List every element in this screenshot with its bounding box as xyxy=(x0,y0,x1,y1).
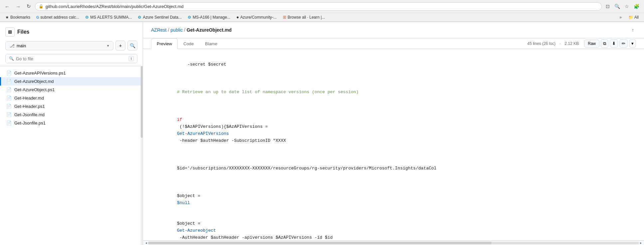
breadcrumb: AZRest / public / Get-AzureObject.md xyxy=(151,27,232,33)
forward-button[interactable]: → xyxy=(14,2,23,11)
bookmarks-bar-item-github[interactable]: ● Azure/Community-... xyxy=(234,14,279,21)
branch-icon: ⎇ xyxy=(10,43,15,48)
scrollbar-track[interactable] xyxy=(141,66,143,245)
bookmarks-more-button[interactable]: » xyxy=(617,14,624,21)
file-header-actions: ↑ xyxy=(630,26,636,34)
breadcrumb-link-azrest[interactable]: AZRest xyxy=(151,27,167,33)
reload-button[interactable]: ↻ xyxy=(25,2,33,11)
file-item-6[interactable]: 📄 Get-Jsonfile.ps1 xyxy=(0,119,143,127)
scrollbar-thumb[interactable] xyxy=(141,66,143,138)
search-files-button[interactable]: 🔍 xyxy=(127,41,137,51)
back-button[interactable]: ← xyxy=(3,2,12,11)
download-button[interactable]: ⬇ xyxy=(610,39,618,48)
sentinel-icon: ⚙ xyxy=(138,15,141,20)
main-content: AZRest / public / Get-AzureObject.md ↑ P… xyxy=(143,22,644,245)
code-text: (!$AzAPIVersions){$AzAPIVersions = xyxy=(177,124,270,129)
more-options-button[interactable]: ▾ xyxy=(629,39,636,48)
scroll-thumb[interactable] xyxy=(148,242,492,244)
code-line-4: if (!$AzAPIVersions){$AzAPIVersions = Ge… xyxy=(143,110,644,151)
file-item-0[interactable]: 📄 Get-AzureAPIVersions.ps1 xyxy=(0,69,143,77)
file-icon: 📄 xyxy=(6,71,12,76)
branch-button[interactable]: ⎇ main ▾ xyxy=(5,41,113,50)
code-text: -header $authHeader -SubscriptionID "XXX… xyxy=(177,138,286,143)
zoom-button[interactable]: 🔍 xyxy=(612,2,622,10)
file-item-3[interactable]: 📄 Get-Header.md xyxy=(0,94,143,102)
scroll-left-arrow[interactable]: ◂ xyxy=(144,241,148,245)
file-header: AZRest / public / Get-AzureObject.md ↑ xyxy=(143,22,644,38)
tab-preview[interactable]: Preview xyxy=(151,38,178,49)
bookmarks-bar-item-subnet[interactable]: G subnet address calc... xyxy=(34,14,82,21)
horizontal-scrollbar[interactable]: ◂ ▸ xyxy=(143,240,644,245)
ms-a166-label: MS-A166 | Manage... xyxy=(193,15,230,20)
scroll-track[interactable] xyxy=(148,242,639,244)
chevron-down-icon: ▾ xyxy=(107,44,109,48)
code-function: Get-AzureAPIVersions xyxy=(177,131,229,136)
security-icon: 🔒 xyxy=(39,4,44,9)
breadcrumb-link-public[interactable]: public xyxy=(171,27,183,33)
browser-actions: ⊡ 🔍 ☆ 🧩 xyxy=(604,2,641,10)
chevron-down-icon: ▾ xyxy=(631,41,634,46)
file-item-1[interactable]: 📄 Get-AzureObject.md xyxy=(0,77,143,86)
sidebar: ⊞ Files ⎇ main ▾ + 🔍 🔍 t 📄 Get- xyxy=(0,22,143,245)
file-name: Get-Jsonfile.md xyxy=(14,112,137,117)
breadcrumb-current-file: Get-AzureObject.md xyxy=(187,27,232,33)
branch-name: main xyxy=(17,43,26,48)
raw-button[interactable]: Raw xyxy=(584,40,599,48)
code-text: $object = xyxy=(177,221,211,226)
copy-icon: ⧉ xyxy=(603,41,606,46)
file-name: Get-AzureObject.md xyxy=(14,79,137,84)
learn-label: Browse all · Learn |... xyxy=(288,15,325,20)
sentinel-label: Azure Sentinel Data... xyxy=(143,15,182,20)
bookmarks-bar-item-ms-a166[interactable]: ⚙ MS-A166 | Manage... xyxy=(185,14,233,21)
bookmarks-bar-item-bookmarks[interactable]: ★ Bookmarks xyxy=(3,14,33,21)
edit-button[interactable]: ✏ xyxy=(619,39,628,48)
tab-blame[interactable]: Blame xyxy=(199,38,223,49)
code-area: -secret $secret # Retrieve an up to date… xyxy=(143,49,644,245)
github-label: Azure/Community-... xyxy=(240,15,276,20)
file-name: Get-Jsonfile.ps1 xyxy=(14,121,137,125)
file-icon: 📄 xyxy=(6,112,12,117)
file-icon: 📄 xyxy=(6,96,12,101)
file-name: Get-Header.md xyxy=(14,96,137,101)
microsoft-icon: ⊞ xyxy=(283,15,286,20)
tab-code[interactable]: Code xyxy=(178,38,199,49)
star-bookmark-icon: ★ xyxy=(5,15,9,20)
code-line-9: $object = Get-Azureobject -AuthHeader $a… xyxy=(143,213,644,240)
screen-cast-button[interactable]: ⊡ xyxy=(604,2,612,10)
all-tabs-icon: 📁 All xyxy=(628,15,639,20)
star-button[interactable]: ☆ xyxy=(623,2,631,10)
file-icon: 📄 xyxy=(6,87,12,92)
github-icon: ● xyxy=(236,15,239,20)
scroll-up-button[interactable]: ↑ xyxy=(630,26,636,34)
add-file-button[interactable]: + xyxy=(115,41,125,51)
alerts-icon: ⚙ xyxy=(85,15,89,20)
code-text: -AuthHeader $authHeader -apiversions $Az… xyxy=(177,235,333,240)
file-lines: 45 lines (26 loc) xyxy=(527,41,556,46)
code-text: $object = xyxy=(177,193,203,198)
file-item-2[interactable]: 📄 Get-AzureObject.ps1 xyxy=(0,86,143,94)
bookmarks-bar: ★ Bookmarks G subnet address calc... ⚙ M… xyxy=(0,13,644,22)
search-input[interactable] xyxy=(16,56,127,61)
breadcrumb-sep-2: / xyxy=(184,27,185,33)
all-bookmarks-button[interactable]: 📁 All xyxy=(626,14,641,21)
bookmarks-label: Bookmarks xyxy=(10,15,30,20)
code-keyword: if xyxy=(177,117,182,122)
file-item-5[interactable]: 📄 Get-Jsonfile.md xyxy=(0,111,143,119)
search-box[interactable]: 🔍 t xyxy=(5,54,137,63)
code-text: $id='/subscriptions/XXXXXXXX-XXXXXXX/res… xyxy=(177,166,436,171)
file-icon: 📄 xyxy=(6,79,12,84)
url-text: github.com/LaurieRhodes/AZRest/blob/main… xyxy=(46,4,598,9)
bookmarks-bar-item-sentinel[interactable]: ⚙ Azure Sentinel Data... xyxy=(135,14,184,21)
extensions-button[interactable]: 🧩 xyxy=(632,2,641,10)
scroll-right-arrow[interactable]: ▸ xyxy=(639,241,643,245)
copy-button[interactable]: ⧉ xyxy=(601,39,608,48)
code-line-5 xyxy=(143,151,644,158)
code-line-0: -secret $secret xyxy=(143,54,644,75)
bookmarks-bar-item-learn[interactable]: ⊞ Browse all · Learn |... xyxy=(280,14,328,21)
file-name: Get-Header.ps1 xyxy=(14,104,137,109)
address-bar[interactable]: 🔒 github.com/LaurieRhodes/AZRest/blob/ma… xyxy=(35,2,602,11)
file-item-4[interactable]: 📄 Get-Header.ps1 xyxy=(0,102,143,111)
file-actions: Raw ⧉ ⬇ ✏ ▾ xyxy=(584,39,636,48)
code-line-8: $object = $null xyxy=(143,186,644,213)
bookmarks-bar-item-alerts[interactable]: ⚙ MS ALERTS SUMMA... xyxy=(82,14,134,21)
